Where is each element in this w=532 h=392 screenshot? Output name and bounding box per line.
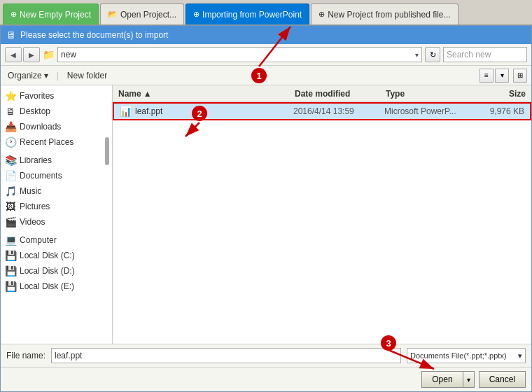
desktop-icon: 🖥 (5, 106, 16, 117)
filetype-combo[interactable]: Documents File(*.ppt;*.pptx) ▾ (407, 348, 526, 363)
sidebar: ⭐ Favorites 🖥 Desktop 📥 Downloads 🕐 Rece… (1, 85, 113, 344)
sidebar-item-local-d[interactable]: 💾 Local Disk (D:) (1, 263, 112, 279)
col-date-label: Date modified (295, 89, 350, 99)
action-toolbar: Organize ▾ | New folder ≡ ▾ ⊞ (1, 66, 531, 85)
new-published-icon: ⊕ (318, 10, 325, 19)
sidebar-item-local-e[interactable]: 💾 Local Disk (E:) (1, 279, 112, 294)
dialog-title-text: Please select the document(s) to import (20, 30, 168, 40)
sidebar-item-documents[interactable]: 📄 Documents (1, 168, 112, 183)
computer-label: Computer (20, 235, 57, 245)
folder-path-wrapper: 📁 new ▾ (43, 47, 422, 62)
sidebar-computer-header[interactable]: 💻 Computer (1, 232, 112, 248)
filename-label: File name: (6, 351, 46, 360)
tab-new-published[interactable]: ⊕ New Project from published file... (311, 4, 458, 24)
pictures-icon: 🖼 (5, 201, 16, 212)
new-folder-label: New folder (67, 71, 107, 80)
libraries-section: 📚 Libraries 📄 Documents 🎵 Music 🖼 Pictur… (1, 153, 112, 230)
filename-bar: File name: Documents File(*.ppt;*.pptx) … (1, 344, 531, 367)
favorites-section: ⭐ Favorites 🖥 Desktop 📥 Downloads 🕐 Rece… (1, 88, 112, 150)
dialog-button-row: Open ▾ Cancel (1, 367, 531, 391)
view-dropdown-button[interactable]: ▾ (495, 69, 509, 83)
table-row[interactable]: 📊 leaf.ppt 2016/4/14 13:59 Microsoft Pow… (113, 102, 531, 120)
refresh-button[interactable]: ↻ (425, 47, 440, 62)
view-detail-button[interactable]: ⊞ (513, 69, 527, 83)
col-name-header[interactable]: Name ▲ (118, 89, 295, 99)
col-size-header[interactable]: Size (470, 89, 526, 99)
documents-icon: 📄 (5, 170, 16, 181)
content-area: ⭐ Favorites 🖥 Desktop 📥 Downloads 🕐 Rece… (1, 85, 531, 344)
sidebar-item-pictures[interactable]: 🖼 Pictures (1, 199, 112, 214)
tab-open-project[interactable]: 📂 Open Project... (100, 4, 184, 24)
organize-label: Organize (8, 71, 42, 80)
sidebar-music-label: Music (20, 186, 41, 196)
sidebar-favorites-header[interactable]: ⭐ Favorites (1, 88, 112, 104)
recent-icon: 🕐 (5, 136, 16, 148)
computer-icon: 💻 (5, 234, 16, 246)
tab-new-empty[interactable]: ⊕ New Empty Project (3, 4, 99, 24)
sidebar-desktop-label: Desktop (20, 106, 50, 116)
libraries-icon: 📚 (5, 155, 16, 166)
col-date-header[interactable]: Date modified (295, 89, 386, 99)
dialog-title-icon: 🖥 (6, 29, 16, 41)
file-date-cell: 2016/4/14 13:59 (293, 106, 384, 116)
file-list: Name ▲ Date modified Type Size (113, 85, 531, 344)
sidebar-local-e-label: Local Disk (E:) (20, 281, 74, 291)
col-type-header[interactable]: Type (386, 89, 470, 99)
view-buttons-group: ≡ ▾ ⊞ (479, 69, 527, 83)
file-list-empty-space (113, 120, 531, 344)
favorites-label: Favorites (20, 91, 54, 101)
file-list-header: Name ▲ Date modified Type Size (113, 85, 531, 102)
file-size-cell: 9,976 KB (468, 106, 524, 116)
folder-icon: 📁 (43, 49, 55, 60)
cancel-button[interactable]: Cancel (479, 371, 526, 388)
filetype-arrow: ▾ (518, 351, 522, 360)
sidebar-item-music[interactable]: 🎵 Music (1, 183, 112, 199)
filename-input[interactable] (51, 348, 401, 363)
search-placeholder: Search new (447, 50, 491, 59)
file-ppt-icon: 📊 (120, 106, 132, 117)
tab-new-published-label: New Project from published file... (328, 10, 450, 20)
dialog-title-bar: 🖥 Please select the document(s) to impor… (1, 26, 531, 44)
organize-arrow: ▾ (44, 71, 48, 80)
filetype-text: Documents File(*.ppt;*.pptx) (410, 351, 507, 360)
sidebar-local-c-label: Local Disk (C:) (20, 251, 75, 260)
music-icon: 🎵 (5, 186, 16, 197)
file-size-text: 9,976 KB (490, 106, 524, 116)
sidebar-item-recent[interactable]: 🕐 Recent Places (1, 134, 112, 150)
sidebar-downloads-label: Downloads (20, 122, 61, 132)
open-project-icon: 📂 (108, 10, 118, 19)
nav-arrows-group: ◀ ▶ (5, 47, 40, 62)
search-box[interactable]: Search new (443, 47, 527, 62)
path-combo[interactable]: new ▾ (57, 47, 422, 62)
tab-import-ppt[interactable]: ⊕ Importing from PowerPoint (186, 4, 309, 24)
view-list-button[interactable]: ≡ (479, 69, 493, 83)
sidebar-item-desktop[interactable]: 🖥 Desktop (1, 104, 112, 119)
sidebar-item-local-c[interactable]: 💾 Local Disk (C:) (1, 248, 112, 263)
downloads-icon: 📥 (5, 121, 16, 132)
sidebar-scrollbar[interactable] (105, 137, 109, 165)
file-type-cell: Microsoft PowerP... (384, 106, 468, 116)
new-empty-icon: ⊕ (10, 10, 17, 19)
col-name-label: Name (118, 89, 141, 99)
organize-button[interactable]: Organize ▾ (5, 69, 51, 82)
sidebar-item-downloads[interactable]: 📥 Downloads (1, 119, 112, 134)
new-folder-button[interactable]: New folder (64, 69, 110, 82)
tab-bar: ⊕ New Empty Project 📂 Open Project... ⊕ … (0, 0, 532, 25)
forward-button[interactable]: ▶ (23, 47, 40, 62)
libraries-label: Libraries (20, 155, 52, 165)
open-dropdown-button[interactable]: ▾ (463, 371, 475, 388)
back-button[interactable]: ◀ (5, 47, 22, 62)
open-button-wrapper: Open ▾ (421, 371, 474, 388)
sidebar-libraries-header[interactable]: 📚 Libraries (1, 153, 112, 168)
file-name-text: leaf.ppt (135, 106, 162, 116)
tab-open-project-label: Open Project... (120, 10, 176, 20)
open-button[interactable]: Open (421, 371, 462, 388)
path-text: new (61, 50, 76, 59)
import-ppt-icon: ⊕ (193, 10, 200, 19)
local-e-icon: 💾 (5, 281, 16, 292)
local-d-icon: 💾 (5, 265, 16, 276)
file-type-text: Microsoft PowerP... (384, 106, 456, 116)
sidebar-item-videos[interactable]: 🎬 Videos (1, 214, 112, 230)
path-dropdown-arrow: ▾ (415, 51, 419, 59)
favorites-icon: ⭐ (5, 90, 16, 102)
